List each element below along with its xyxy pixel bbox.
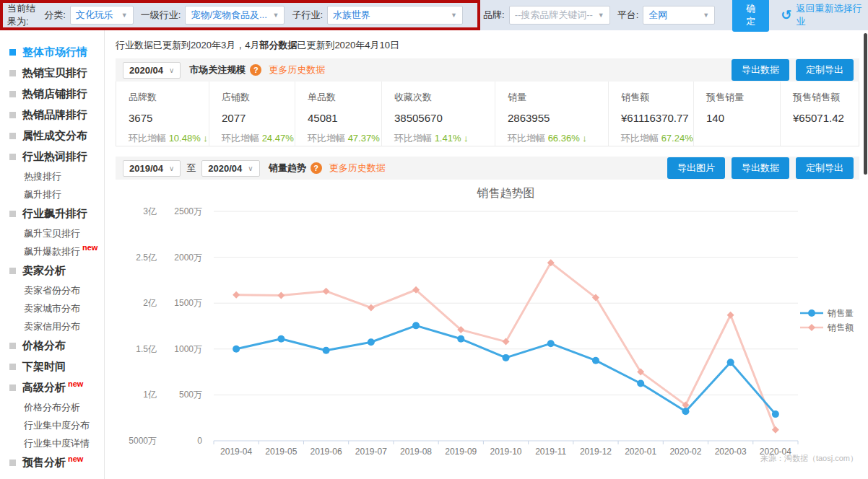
sidebar-item[interactable]: 属性成交分布 (0, 126, 104, 146)
data-point[interactable] (233, 291, 240, 299)
stat-cell: 收藏次数38505670环比增幅 1.41% ↓ (381, 82, 495, 146)
help-icon[interactable]: ? (311, 162, 322, 174)
sidebar-item-label: 卖家省份分布 (24, 284, 80, 297)
sidebar-item-label: 卖家城市分布 (24, 302, 80, 315)
stat-cell: 店铺数2077环比增幅 24.47% ↓ (209, 82, 295, 146)
data-point[interactable] (323, 347, 330, 354)
sidebar-item-label: 下架时间 (22, 360, 66, 374)
custom-export-button[interactable]: 定制导出 (796, 59, 854, 81)
filter-select[interactable]: 文化玩乐▼ (70, 6, 134, 25)
menu-bullet-icon (9, 268, 16, 274)
x-axis-label: 2020-01 (625, 447, 656, 457)
data-point[interactable] (592, 357, 599, 364)
sidebar-item[interactable]: 飙升爆款排行new (0, 242, 104, 260)
sidebar-item[interactable]: 卖家分析 (0, 260, 104, 281)
data-point[interactable] (637, 380, 644, 387)
data-point[interactable] (233, 346, 240, 353)
sidebar-item[interactable]: 行业集中度分布 (0, 416, 104, 434)
x-axis-label: 2019-11 (535, 447, 566, 457)
data-point[interactable] (547, 340, 555, 347)
mom-value: 47.37% (348, 133, 381, 144)
date-to-select[interactable]: 2020/04 ∨ (201, 160, 259, 177)
x-axis-label: 2019-12 (580, 447, 612, 457)
date-to-value: 2020/04 (208, 163, 242, 174)
more-history-link[interactable]: 更多历史数据 (269, 63, 325, 76)
filter-select[interactable]: 水族世界▼ (327, 6, 463, 25)
data-point[interactable] (772, 410, 779, 418)
chevron-down-icon: ∨ (248, 164, 253, 172)
x-axis-label: 2019-09 (445, 447, 477, 457)
y-axis-label-amount: 3亿 (143, 206, 157, 216)
reselect-industry-link[interactable]: ↺ 返回重新选择行业 (781, 2, 868, 28)
stat-value: 45081 (308, 112, 377, 124)
mom-value: 10.48% (169, 133, 204, 144)
data-point[interactable] (727, 312, 734, 319)
sidebar-item[interactable]: 飙升排行 (0, 185, 104, 203)
data-point[interactable] (323, 288, 330, 295)
y-axis-label-volume: 500万 (179, 390, 202, 400)
stat-mom: 环比增幅 47.37% ↓ (308, 132, 377, 145)
sidebar-item[interactable]: 行业飙升排行 (0, 203, 104, 224)
sidebar-item-label: 卖家信用分布 (24, 320, 80, 333)
sidebar-item[interactable]: 热搜排行 (0, 167, 104, 185)
sidebar-item[interactable]: 卖家省份分布 (0, 281, 104, 299)
sidebar-item[interactable]: 行业热词排行 (0, 146, 104, 167)
filter-label: 子行业: (292, 9, 323, 22)
sidebar-item[interactable]: 热销宝贝排行 (0, 63, 104, 84)
menu-bullet-icon (9, 384, 16, 391)
sidebar-item[interactable]: 价格分布分析 (0, 398, 104, 416)
sidebar-item[interactable]: 预售分析new (0, 452, 104, 473)
sidebar-item-label: 热销宝贝排行 (22, 66, 87, 80)
sidebar-item[interactable]: 整体市场行情 (0, 42, 104, 63)
filter-3: 品牌:--搜索品牌关键词--▼ (483, 6, 610, 25)
sidebar-item[interactable]: 卖家城市分布 (0, 299, 104, 317)
more-history-link[interactable]: 更多历史数据 (329, 162, 386, 175)
sidebar-item[interactable]: 卖家信用分布 (0, 317, 104, 335)
data-point[interactable] (368, 338, 375, 346)
filter-select[interactable]: --搜索品牌关键词--▼ (509, 6, 610, 25)
help-icon[interactable]: ? (250, 64, 261, 76)
filter-select-value: 宠物/宠物食品及... (191, 9, 266, 22)
stat-label: 收藏次数 (394, 91, 490, 104)
sidebar-item-label: 热销店铺排行 (22, 87, 87, 101)
data-point[interactable] (503, 354, 510, 361)
month-select[interactable]: 2020/04 ∨ (123, 62, 181, 79)
sidebar-item[interactable]: 行业集中度详情 (0, 434, 104, 452)
data-point[interactable] (368, 304, 375, 312)
date-from-select[interactable]: 2019/04 ∨ (123, 160, 181, 177)
sidebar-item[interactable]: 下架时间 (0, 356, 104, 377)
filter-select[interactable]: 宠物/宠物食品及...▼ (185, 6, 285, 25)
y-axis-label-amount: 2亿 (143, 298, 157, 308)
confirm-button[interactable]: 确定 (732, 0, 769, 32)
sidebar-item[interactable]: 热销店铺排行 (0, 84, 104, 105)
data-point[interactable] (412, 322, 420, 329)
export-data-button[interactable]: 导出数据 (732, 157, 789, 179)
legend-item[interactable]: 销售额 (827, 322, 854, 333)
legend-marker (808, 324, 815, 331)
sidebar-item[interactable]: 价格分布 (0, 335, 104, 356)
reselect-industry-label: 返回重新选择行业 (796, 2, 868, 28)
mom-value: 67.24% (661, 133, 693, 144)
legend-item[interactable]: 销售量 (827, 308, 854, 318)
export-image-button[interactable]: 导出图片 (667, 157, 725, 179)
data-point[interactable] (277, 335, 285, 343)
x-axis-label: 2019-06 (311, 447, 342, 457)
export-data-button[interactable]: 导出数据 (732, 59, 789, 81)
filter-select[interactable]: 全网▼ (643, 6, 715, 25)
data-point[interactable] (727, 359, 734, 366)
data-point[interactable] (772, 426, 779, 434)
stat-cell: 销量2863955环比增幅 66.36% ↓ (495, 82, 608, 146)
custom-export-button[interactable]: 定制导出 (796, 157, 854, 179)
scrollbar-thumb[interactable] (864, 33, 867, 175)
sidebar-item[interactable]: 高级分析new (0, 377, 104, 398)
menu-bullet-icon (9, 364, 16, 370)
data-point[interactable] (457, 335, 464, 343)
sidebar-item[interactable]: 飙升宝贝排行 (0, 224, 104, 242)
menu-bullet-icon (9, 211, 16, 217)
stat-label: 预售销量 (706, 91, 776, 104)
to-label: 至 (186, 162, 196, 175)
caret-down-icon: ▼ (451, 12, 457, 19)
sidebar-item[interactable]: 热销品牌排行 (0, 105, 104, 126)
data-point[interactable] (682, 408, 689, 415)
data-point[interactable] (277, 291, 285, 299)
